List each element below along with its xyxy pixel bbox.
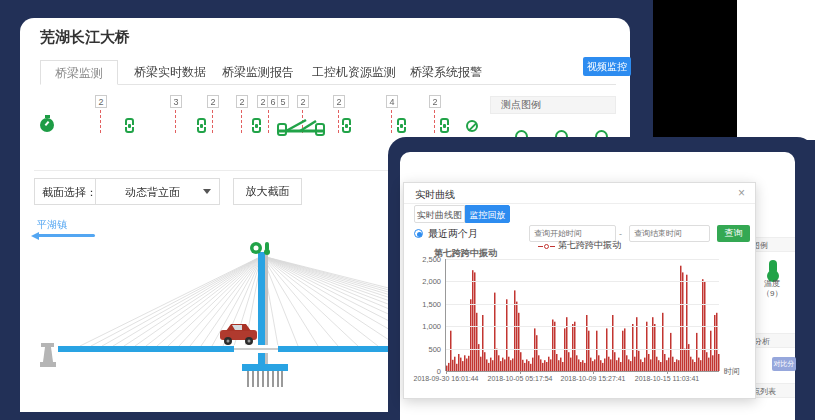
chain-sensor-icon[interactable] xyxy=(197,118,206,133)
chain-sensor-icon[interactable] xyxy=(440,118,449,133)
y-tick-label: 500 xyxy=(401,345,441,354)
legend-panel-header: 测点图例 xyxy=(490,96,616,114)
sensor-count-badge: 2 xyxy=(207,95,219,108)
gridline xyxy=(446,304,719,305)
gridline xyxy=(446,259,719,260)
sensor-marker-line xyxy=(268,110,269,133)
x-tick xyxy=(520,371,521,374)
radio-last-two-months[interactable] xyxy=(414,229,423,238)
x-tick-label: 2018-09-30 16:01:44 xyxy=(414,375,479,382)
sensor-marker-line xyxy=(391,110,392,133)
tab-realtime-data[interactable]: 桥梁实时数据 xyxy=(120,60,220,85)
gridline xyxy=(446,281,719,282)
tab-bridge-monitor[interactable]: 桥梁监测 xyxy=(40,60,118,85)
compare-analysis-button[interactable]: 对比分析 xyxy=(772,357,796,371)
abutment xyxy=(40,343,56,367)
section-select-label: 截面选择： xyxy=(42,185,97,200)
vibration-chart: 2,5002,0001,5001,00050002018-09-30 16:01… xyxy=(445,259,719,371)
chain-sensor-icon[interactable] xyxy=(342,118,351,133)
tab-monitor-playback[interactable]: 监控回放 xyxy=(465,205,510,223)
sensor-marker-line xyxy=(175,110,176,133)
dialog-header: 实时曲线 × xyxy=(404,183,755,204)
chain-sensor-icon[interactable] xyxy=(125,118,134,133)
chain-sensor-icon[interactable] xyxy=(252,118,261,133)
chain-sensor-icon[interactable] xyxy=(397,118,406,133)
page-title: 芜湖长江大桥 xyxy=(40,28,130,47)
sensor-marker-line xyxy=(212,110,213,133)
sensor-count-badge: 2 xyxy=(236,95,248,108)
section-select-value[interactable]: 动态背立面 xyxy=(105,185,200,200)
chevron-down-icon[interactable] xyxy=(203,189,211,194)
tab-ipc-resource[interactable]: 工控机资源监测 xyxy=(298,60,410,85)
sensor-count-badge: 3 xyxy=(170,95,182,108)
divider xyxy=(95,179,96,204)
clock-sensor-icon[interactable] xyxy=(40,118,54,132)
background-black-region xyxy=(653,0,737,140)
x-axis-name: 时间 xyxy=(724,366,740,377)
x-tick xyxy=(667,371,668,374)
sensor-count: （9） xyxy=(762,288,782,299)
legend-marker-icon xyxy=(538,241,555,251)
car xyxy=(220,324,257,345)
pier-cap xyxy=(242,364,288,371)
x-tick-label: 2018-10-09 15:27:41 xyxy=(561,375,626,382)
close-icon[interactable]: × xyxy=(738,186,745,200)
gridline xyxy=(446,326,719,327)
enlarge-section-button[interactable]: 放大截面 xyxy=(233,178,302,205)
y-tick-label: 2,500 xyxy=(401,255,441,264)
sensor-count-badge: 2 xyxy=(429,95,441,108)
tab-monitor-report[interactable]: 桥梁监测报告 xyxy=(208,60,308,85)
sensor-marker-line xyxy=(241,110,242,133)
range-separator: - xyxy=(619,229,622,239)
sensor-count-badge: 2 xyxy=(297,95,309,108)
x-tick xyxy=(593,371,594,374)
bridge-end-label: 平湖镇 xyxy=(37,218,67,232)
x-tick xyxy=(446,371,447,374)
section-select-group: 截面选择： 动态背立面 xyxy=(34,178,220,205)
realtime-curve-dialog: 实时曲线 × 实时曲线图 监控回放 最近两个月 - 查询 第七跨跨中振动 第七跨… xyxy=(403,182,756,399)
no-sensor-icon[interactable] xyxy=(466,120,478,132)
sensor-count-badge: 2 xyxy=(95,95,107,108)
sensor-count-badge: 5 xyxy=(277,95,289,108)
x-tick-label: 2018-10-05 05:17:54 xyxy=(488,375,553,382)
dialog-title: 实时曲线 xyxy=(415,188,455,202)
video-monitor-button[interactable]: 视频监控 xyxy=(583,57,631,76)
tab-system-alarm[interactable]: 桥梁系统报警 xyxy=(396,60,496,85)
sensor-count-badge: 4 xyxy=(386,95,398,108)
gridline xyxy=(446,371,719,372)
background-white-region xyxy=(737,0,815,140)
y-tick-label: 1,500 xyxy=(401,300,441,309)
x-tick-label: 2018-10-15 11:03:41 xyxy=(635,375,699,382)
sensor-marker-line xyxy=(434,110,435,133)
gridline xyxy=(446,349,719,350)
chart-series xyxy=(446,259,720,371)
main-tab-bar: 桥梁监测 桥梁实时数据 桥梁监测报告 工控机资源监测 桥梁系统报警 xyxy=(40,56,616,85)
y-tick-label: 1,000 xyxy=(401,322,441,331)
thermometer-icon[interactable] xyxy=(769,260,777,274)
sensor-marker-line xyxy=(338,110,339,133)
truss-sensor-icon[interactable] xyxy=(276,116,326,136)
left-arrow-icon xyxy=(37,234,95,237)
pier-column xyxy=(248,371,282,387)
sensor-count-badge: 2 xyxy=(333,95,345,108)
y-tick-label: 2,000 xyxy=(401,277,441,286)
sensor-marker-line xyxy=(100,110,101,133)
tab-realtime-curve[interactable]: 实时曲线图 xyxy=(414,205,465,223)
